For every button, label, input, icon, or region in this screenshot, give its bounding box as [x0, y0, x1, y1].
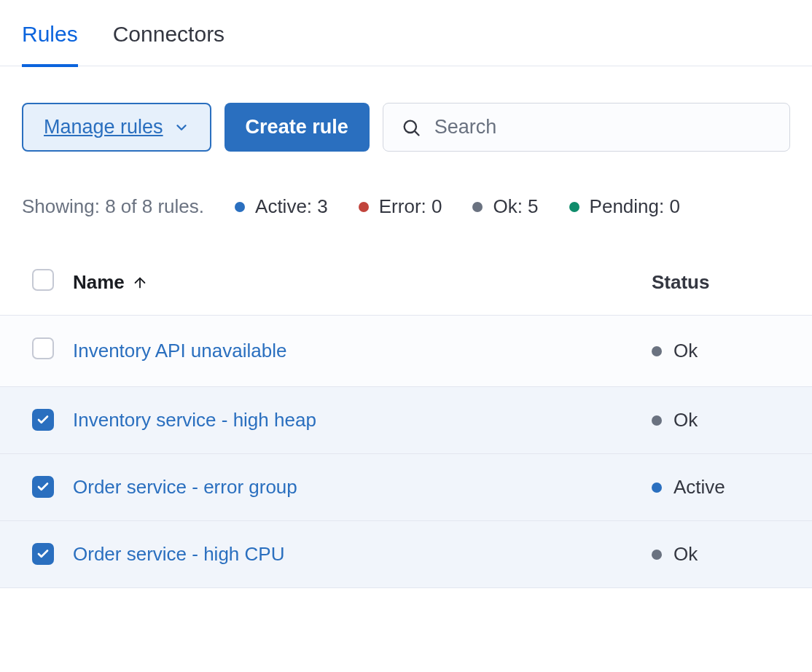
status-dot-error-icon — [359, 202, 369, 212]
column-name-label: Name — [73, 271, 125, 294]
status-dot-icon — [652, 415, 662, 426]
status-dot-icon — [652, 550, 662, 560]
row-status-cell: Ok — [652, 543, 812, 566]
search-field[interactable] — [383, 103, 790, 152]
stat-active-label: Active: 3 — [255, 195, 328, 218]
status-dot-ok-icon — [472, 202, 483, 212]
row-checkbox-cell — [0, 543, 73, 566]
stat-error-label: Error: 0 — [379, 195, 442, 218]
row-status-cell: Active — [652, 476, 812, 499]
create-rule-label: Create rule — [246, 117, 348, 137]
toolbar: Manage rules Create rule — [0, 66, 812, 152]
row-status-label: Ok — [674, 409, 698, 431]
row-name-cell: Inventory API unavailable — [73, 340, 652, 362]
row-checkbox[interactable] — [32, 337, 54, 359]
row-checkbox[interactable] — [32, 476, 54, 498]
row-name-cell: Order service - high CPU — [73, 543, 652, 566]
row-checkbox[interactable] — [32, 409, 54, 431]
table-row: Order service - error groupActive — [0, 454, 812, 521]
rule-link[interactable]: Inventory service - high heap — [73, 409, 316, 431]
row-status-cell: Ok — [652, 340, 812, 362]
rule-link[interactable]: Order service - high CPU — [73, 543, 284, 565]
tab-connectors[interactable]: Connectors — [113, 22, 225, 67]
page: Rules Connectors Manage rules Create rul… — [0, 0, 812, 588]
search-input[interactable] — [434, 116, 772, 138]
row-checkbox-cell — [0, 476, 73, 499]
tabs: Rules Connectors — [0, 0, 812, 66]
table-row: Order service - high CPUOk — [0, 521, 812, 588]
column-header-status[interactable]: Status — [652, 271, 812, 294]
row-name-cell: Inventory service - high heap — [73, 409, 652, 431]
check-icon — [36, 480, 50, 493]
stat-ok: Ok: 5 — [472, 195, 538, 218]
rule-link[interactable]: Order service - error group — [73, 476, 297, 498]
search-icon — [401, 117, 421, 138]
table-header: Name Status — [0, 250, 812, 316]
chevron-down-icon — [173, 120, 190, 136]
tab-rules[interactable]: Rules — [22, 22, 78, 67]
status-dot-pending-icon — [569, 202, 579, 212]
check-icon — [36, 547, 50, 560]
header-checkbox-cell — [0, 269, 73, 296]
stat-pending-label: Pending: 0 — [590, 195, 680, 218]
svg-line-1 — [415, 130, 419, 135]
check-icon — [36, 413, 50, 426]
rule-link[interactable]: Inventory API unavailable — [73, 340, 286, 362]
manage-rules-button[interactable]: Manage rules — [22, 103, 211, 152]
table-row: Inventory API unavailableOk — [0, 316, 812, 387]
stat-error: Error: 0 — [359, 195, 442, 218]
row-status-cell: Ok — [652, 409, 812, 431]
row-status-label: Ok — [674, 543, 698, 566]
stat-active: Active: 3 — [235, 195, 328, 218]
column-status-label: Status — [652, 271, 709, 294]
sort-asc-icon — [132, 275, 148, 291]
select-all-checkbox[interactable] — [32, 269, 54, 291]
status-dot-icon — [652, 346, 662, 356]
row-status-label: Ok — [674, 340, 698, 362]
stat-ok-label: Ok: 5 — [493, 195, 538, 218]
row-checkbox-cell — [0, 337, 73, 364]
table-body: Inventory API unavailableOkInventory ser… — [0, 316, 812, 588]
row-checkbox[interactable] — [32, 543, 54, 565]
row-status-label: Active — [674, 476, 725, 499]
rules-table: Name Status Inventory API unavailableOkI… — [0, 250, 812, 588]
row-checkbox-cell — [0, 409, 73, 431]
row-name-cell: Order service - error group — [73, 476, 652, 499]
showing-text: Showing: 8 of 8 rules. — [22, 195, 204, 218]
table-row: Inventory service - high heapOk — [0, 387, 812, 454]
status-dot-active-icon — [235, 202, 245, 212]
stat-pending: Pending: 0 — [569, 195, 680, 218]
create-rule-button[interactable]: Create rule — [225, 103, 370, 152]
status-dot-icon — [652, 482, 662, 493]
summary-bar: Showing: 8 of 8 rules. Active: 3 Error: … — [0, 152, 812, 218]
column-header-name[interactable]: Name — [73, 271, 652, 294]
manage-rules-label: Manage rules — [44, 117, 163, 137]
